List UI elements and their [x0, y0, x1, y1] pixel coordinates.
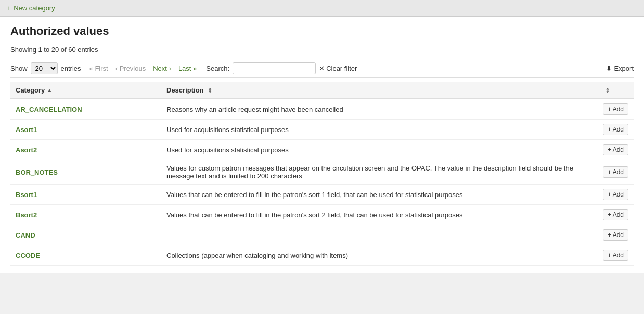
category-cell: Asort2	[10, 140, 161, 160]
description-cell: Values for custom patron messages that a…	[161, 160, 598, 185]
showing-text: Showing 1 to 20 of 60 entries	[10, 46, 634, 54]
actions-sort-icon: ⇕	[605, 87, 610, 94]
plus-icon: +	[6, 4, 10, 12]
table-row: CAND+ Add	[10, 225, 634, 245]
table-row: Asort1Used for acquisitions statistical …	[10, 120, 634, 140]
clear-filter-label: Clear filter	[326, 64, 357, 72]
category-cell: Bsort1	[10, 185, 161, 205]
search-input[interactable]	[233, 62, 316, 74]
category-cell: BOR_NOTES	[10, 160, 161, 185]
table-row: Asort2Used for acquisitions statistical …	[10, 140, 634, 160]
table-row: Bsort2Values that can be entered to fill…	[10, 205, 634, 225]
new-category-label: New category	[14, 4, 55, 12]
add-button[interactable]: + Add	[603, 250, 628, 261]
category-cell: Bsort2	[10, 205, 161, 225]
authorized-values-table: Category ▲ Description ⇕ ⇕ AR_CANCELLATI…	[10, 82, 634, 266]
add-cell: + Add	[598, 245, 634, 266]
add-cell: + Add	[598, 140, 634, 160]
category-link[interactable]: Asort1	[16, 126, 37, 134]
table-controls: Show 10 20 50 100 entries « First ‹ Prev…	[10, 59, 634, 78]
category-link[interactable]: Bsort2	[16, 211, 37, 219]
add-cell: + Add	[598, 205, 634, 225]
new-category-button[interactable]: + New category	[6, 4, 55, 12]
table-header-row: Category ▲ Description ⇕ ⇕	[10, 82, 634, 99]
add-button[interactable]: + Add	[603, 103, 628, 115]
x-icon: ✕	[319, 64, 325, 72]
category-link[interactable]: Bsort1	[16, 191, 37, 199]
desc-sort-icon: ⇕	[208, 87, 212, 94]
show-select[interactable]: 10 20 50 100	[31, 62, 58, 74]
category-link[interactable]: BOR_NOTES	[16, 168, 58, 176]
actions-header: ⇕	[598, 82, 634, 99]
next-button[interactable]: Next ›	[151, 63, 173, 73]
add-cell: + Add	[598, 120, 634, 140]
category-link[interactable]: Asort2	[16, 146, 37, 154]
add-cell: + Add	[598, 160, 634, 185]
add-button[interactable]: + Add	[603, 209, 628, 220]
table-row: Bsort1Values that can be entered to fill…	[10, 185, 634, 205]
page-title: Authorized values	[10, 24, 634, 38]
category-link[interactable]: AR_CANCELLATION	[16, 106, 82, 113]
last-button[interactable]: Last »	[176, 63, 199, 73]
download-icon: ⬇	[606, 64, 612, 72]
category-cell: CAND	[10, 225, 161, 245]
category-header[interactable]: Category ▲	[10, 82, 161, 99]
search-label: Search:	[206, 64, 229, 72]
add-button[interactable]: + Add	[603, 166, 628, 178]
category-cell: AR_CANCELLATION	[10, 99, 161, 120]
entries-label: entries	[61, 64, 81, 72]
category-link[interactable]: CCODE	[16, 252, 40, 259]
description-cell: Reasons why an article request might hav…	[161, 99, 598, 120]
table-row: CCODECollections (appear when cataloging…	[10, 245, 634, 266]
first-button[interactable]: « First	[87, 63, 110, 73]
add-cell: + Add	[598, 225, 634, 245]
add-cell: + Add	[598, 99, 634, 120]
description-cell: Used for acquisitions statistical purpos…	[161, 120, 598, 140]
clear-filter-button[interactable]: ✕ Clear filter	[319, 64, 357, 72]
main-content: Authorized values Showing 1 to 20 of 60 …	[0, 17, 644, 273]
show-label: Show	[10, 64, 28, 72]
description-cell: Values that can be entered to fill in th…	[161, 205, 598, 225]
description-cell: Collections (appear when cataloging and …	[161, 245, 598, 266]
table-row: BOR_NOTESValues for custom patron messag…	[10, 160, 634, 185]
description-cell: Used for acquisitions statistical purpos…	[161, 140, 598, 160]
category-cell: CCODE	[10, 245, 161, 266]
add-button[interactable]: + Add	[603, 189, 628, 200]
export-label: Export	[614, 64, 634, 72]
export-button[interactable]: ⬇ Export	[606, 64, 634, 72]
category-link[interactable]: CAND	[16, 231, 35, 239]
add-button[interactable]: + Add	[603, 144, 628, 155]
table-row: AR_CANCELLATIONReasons why an article re…	[10, 99, 634, 120]
previous-button[interactable]: ‹ Previous	[113, 63, 148, 73]
description-cell	[161, 225, 598, 245]
add-button[interactable]: + Add	[603, 124, 628, 135]
description-cell: Values that can be entered to fill in th…	[161, 185, 598, 205]
description-header[interactable]: Description ⇕	[161, 82, 598, 99]
top-bar: + New category	[0, 0, 644, 17]
sort-icon: ▲	[47, 87, 52, 93]
add-button[interactable]: + Add	[603, 229, 628, 241]
category-cell: Asort1	[10, 120, 161, 140]
add-cell: + Add	[598, 185, 634, 205]
